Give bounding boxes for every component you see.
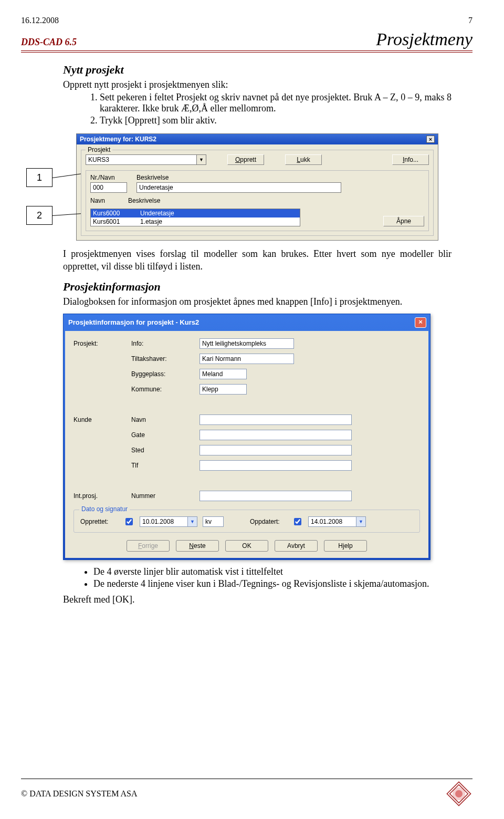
date-signature-group: Dato og signatur Opprettet: ▼ Oppdatert: (74, 510, 420, 533)
initials-input[interactable] (203, 516, 224, 527)
model-listbox[interactable]: Kurs6000 Underetasje Kurs6001 1.etasje (90, 209, 300, 226)
chevron-down-icon[interactable]: ▼ (356, 517, 365, 526)
nr-input[interactable] (90, 182, 127, 193)
label-nr-navn: Nr./Navn (90, 174, 127, 181)
label-gate: Gate (131, 431, 200, 439)
label-byggeplass: Byggeplass: (131, 370, 200, 378)
list-col1: Kurs6000 (93, 210, 140, 217)
callout-2: 2 (26, 206, 52, 225)
oppdatert-check[interactable] (292, 516, 303, 527)
project-name-input[interactable] (86, 155, 196, 164)
intro-text: Opprett nytt prosjekt i prosjektmenyen s… (63, 79, 452, 91)
intprosj-nummer-input[interactable] (200, 491, 352, 501)
close-icon[interactable]: × (415, 317, 426, 328)
opprettet-check[interactable] (123, 516, 134, 527)
ok-button[interactable]: OK (225, 540, 268, 552)
footer-copyright: © DATA DESIGN SYSTEM ASA (21, 789, 138, 799)
dds-logo-icon (445, 780, 472, 807)
step-1: Sett pekeren i feltet Prosjekt og skriv … (100, 92, 452, 114)
project-combo[interactable]: ▼ (86, 154, 206, 165)
label-navn: Navn (90, 197, 105, 204)
label-navn: Navn (131, 416, 200, 423)
steps-list: Sett pekeren i feltet Prosjekt og skriv … (63, 92, 452, 126)
kunde-sted-input[interactable] (200, 445, 352, 455)
oppdatert-date[interactable]: ▼ (308, 516, 366, 527)
apne-button[interactable]: Åpne (383, 216, 424, 226)
oppdatert-date-input[interactable] (309, 517, 356, 526)
kunde-tlf-input[interactable] (200, 460, 352, 471)
kunde-gate-input[interactable] (200, 430, 352, 440)
close-icon[interactable]: × (426, 136, 435, 143)
midtext: I prosjektmenyen vises forslag til model… (63, 248, 452, 273)
project-info-dialog: Prosjektinformasjon for prosjekt - Kurs2… (63, 314, 430, 560)
page-title: Prosjektmeny (376, 29, 472, 49)
page-number: 7 (468, 16, 472, 25)
opprettet-date-input[interactable] (140, 517, 187, 526)
neste-button[interactable]: NesteNeste (176, 540, 219, 552)
section-heading-info: Prosjektinformasjon (63, 280, 452, 294)
info-button[interactable]: Info...Info... (392, 154, 429, 165)
app-name: DDS-CAD 6.5 (21, 37, 77, 48)
group-label-prosjekt: Prosjekt (86, 146, 112, 153)
dialog2-title: Prosjektinformasjon for prosjekt - Kurs2 (68, 318, 199, 326)
section-heading-new-project: Nytt prosjekt (63, 63, 452, 77)
list-col2: 1.etasje (140, 218, 162, 225)
label-opprettet: Opprettet: (80, 518, 118, 525)
bullet-list: De 4 øverste linjer blir automatisk vist… (63, 566, 452, 589)
project-menu-dialog: Prosjektmeny for: KURS2 × Prosjekt ▼ OOp… (76, 133, 438, 241)
dialog1-title: Prosjektmeny for: KURS2 (80, 136, 156, 143)
label-datesign: Dato og signatur (79, 505, 130, 513)
list-col2: Underetasje (140, 210, 174, 217)
kommune-input[interactable] (200, 384, 247, 395)
chevron-down-icon[interactable]: ▼ (196, 155, 206, 164)
hjelp-button[interactable]: Hjelp (324, 540, 367, 552)
list-col1: Kurs6001 (93, 218, 140, 225)
chevron-down-icon[interactable]: ▼ (187, 517, 197, 526)
beskrivelse-input[interactable] (136, 182, 341, 193)
header-date: 16.12.2008 (21, 16, 59, 25)
label-kunde: Kunde (74, 416, 131, 423)
section2-text: Dialogboksen for informasjon om prosjekt… (63, 296, 452, 308)
footer-rule (21, 779, 472, 779)
forrige-button: ForrigeForrige (127, 540, 170, 552)
info-input[interactable] (200, 338, 294, 349)
opprettet-date[interactable]: ▼ (140, 516, 197, 527)
list-item[interactable]: Kurs6001 1.etasje (91, 217, 300, 226)
label-sted: Sted (131, 447, 200, 454)
byggeplass-input[interactable] (200, 369, 247, 379)
avbryt-button[interactable]: Avbryt (275, 540, 318, 552)
list-item[interactable]: Kurs6000 Underetasje (91, 209, 300, 217)
bullet-2: De nederste 4 linjene viser kun i Blad-/… (93, 578, 452, 589)
label-nummer: Nummer (131, 492, 200, 500)
bullet-1: De 4 øverste linjer blir automatisk vist… (93, 566, 452, 577)
tiltakshaver-input[interactable] (200, 354, 294, 364)
label-beskrivelse: Beskrivelse (136, 174, 424, 181)
label-beskrivelse-2: Beskrivelse (128, 197, 160, 204)
label-kommune: Kommune: (131, 386, 200, 393)
label-intprosj: Int.prosj. (74, 492, 131, 500)
label-tiltakshaver: Tiltakshaver: (131, 355, 200, 362)
opprett-button[interactable]: OOpprettpprett (227, 154, 264, 165)
label-info: Info: (131, 340, 200, 347)
lukk-button[interactable]: LukkLukk (285, 154, 322, 165)
label-oppdatert: Oppdatert: (250, 518, 287, 525)
closing-text: Bekreft med [OK]. (63, 594, 452, 606)
label-tlf: Tlf (131, 462, 200, 469)
dialog1-titlebar: Prosjektmeny for: KURS2 × (77, 134, 438, 144)
step-2: Trykk [Opprett] som blir aktiv. (100, 115, 452, 126)
label-prosjekt: Prosjekt: (74, 340, 131, 347)
kunde-navn-input[interactable] (200, 414, 352, 425)
svg-point-3 (453, 787, 465, 800)
callout-1: 1 (26, 168, 52, 187)
